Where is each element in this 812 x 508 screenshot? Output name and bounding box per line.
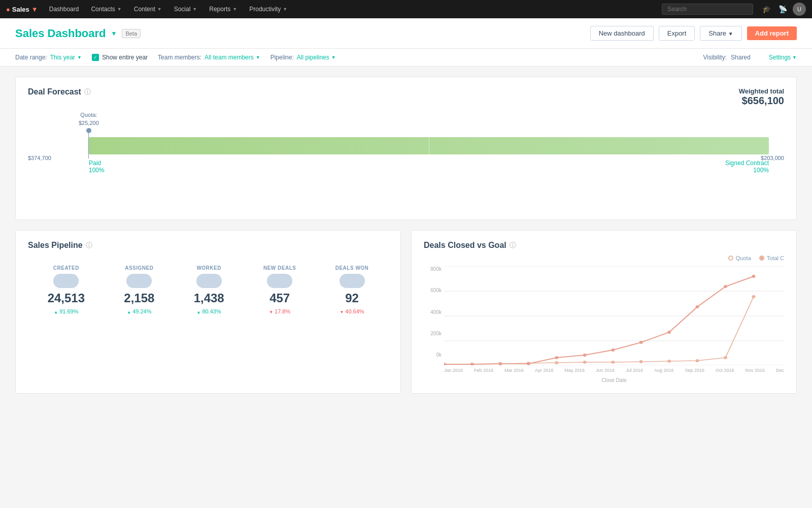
deal-forecast-card: Deal Forecast ⓘ Weighted total $656,100 … — [15, 77, 797, 220]
help-icon[interactable]: 📡 — [776, 3, 789, 15]
sales-pipeline-card: Sales Pipeline ⓘ CREATED 24,513 91.69% — [15, 230, 401, 394]
svg-point-15 — [724, 356, 727, 359]
add-report-button[interactable]: Add report — [747, 26, 797, 40]
svg-point-14 — [696, 359, 699, 362]
stat-assigned: ASSIGNED 2,158 49.24% — [124, 265, 154, 314]
team-members-filter: Team members: All team members ▼ — [158, 54, 260, 61]
share-button[interactable]: Share ▼ — [700, 26, 741, 41]
pipeline-dropdown[interactable]: All pipelines ▼ — [297, 54, 336, 61]
worked-bar-mini — [196, 274, 222, 288]
x-axis-labels: Jan 2016 Feb 2016 Mar 2016 Apr 2016 May … — [444, 368, 784, 373]
svg-point-12 — [639, 360, 643, 363]
title-dropdown-icon[interactable]: ▼ — [111, 30, 117, 37]
worked-change: 80.43% — [197, 308, 221, 314]
nav-social[interactable]: Social ▼ — [169, 0, 202, 18]
bar-annotations: Paid 100% Signed Contract 100% — [74, 156, 784, 174]
date-range-dropdown[interactable]: This year ▼ — [50, 54, 82, 61]
svg-point-28 — [752, 275, 755, 278]
deals-closed-title: Deals Closed vs Goal — [424, 241, 506, 250]
filter-bar: Date range: This year ▼ Show entire year… — [0, 49, 812, 67]
created-bar-mini — [53, 274, 79, 288]
svg-point-17 — [444, 363, 446, 365]
svg-point-9 — [555, 361, 558, 364]
deals-won-change: 40.64% — [340, 308, 364, 314]
line-chart-svg — [444, 266, 784, 365]
nav-reports[interactable]: Reports ▼ — [204, 0, 242, 18]
svg-point-26 — [696, 305, 699, 308]
settings-button[interactable]: Settings ▼ — [769, 54, 797, 61]
new-dashboard-button[interactable]: New dashboard — [590, 26, 654, 41]
page-title: Sales Dashboard — [15, 27, 106, 40]
nav-productivity[interactable]: Productivity ▼ — [244, 0, 292, 18]
quota-dot — [86, 128, 91, 133]
stat-deals-won: DEALS WON 92 40.64% — [335, 265, 369, 314]
stat-new-deals: NEW DEALS 457 17.8% — [263, 265, 296, 314]
date-range-filter: Date range: This year ▼ — [15, 54, 82, 61]
checkbox-icon — [92, 54, 99, 61]
new-deals-bar-mini — [267, 274, 292, 288]
search-input[interactable] — [662, 4, 753, 15]
sales-pipeline-info-icon[interactable]: ⓘ — [86, 241, 92, 250]
bar-right-label: $203,000 — [761, 155, 784, 161]
stat-created: CREATED 24,513 91.69% — [48, 265, 85, 314]
svg-point-11 — [611, 361, 615, 364]
chart-legend: Quota Total C — [424, 255, 784, 261]
top-navigation: ● Sales ▼ Dashboard Contacts ▼ Content ▼… — [0, 0, 812, 18]
export-button[interactable]: Export — [659, 26, 695, 41]
deals-chart: 0k 200k 400k 600k 800k — [424, 266, 784, 383]
pipeline-filter: Pipeline: All pipelines ▼ — [270, 54, 336, 61]
new-deals-change: 17.8% — [269, 308, 290, 314]
beta-badge: Beta — [122, 29, 141, 38]
page-header: Sales Dashboard ▼ Beta New dashboard Exp… — [0, 18, 812, 49]
forecast-bar — [74, 137, 784, 154]
close-date-label: Close Date — [444, 377, 784, 383]
svg-point-10 — [583, 361, 587, 364]
svg-point-21 — [555, 356, 558, 359]
stat-worked: WORKED 1,438 80.43% — [194, 265, 224, 314]
nav-contacts[interactable]: Contacts ▼ — [86, 0, 126, 18]
nav-dashboard[interactable]: Dashboard — [44, 0, 84, 18]
svg-point-18 — [470, 363, 474, 365]
bottom-row: Sales Pipeline ⓘ CREATED 24,513 91.69% — [15, 230, 797, 404]
bar-left-label: $374,700 — [28, 155, 51, 161]
deal-forecast-info-icon[interactable]: ⓘ — [84, 87, 91, 97]
svg-point-27 — [724, 285, 727, 288]
notifications-icon[interactable]: 🎓 — [760, 3, 772, 15]
svg-point-20 — [527, 362, 530, 365]
main-content: Deal Forecast ⓘ Weighted total $656,100 … — [0, 67, 812, 414]
svg-point-16 — [752, 295, 755, 298]
svg-point-25 — [667, 331, 671, 334]
show-entire-year-checkbox[interactable]: Show entire year — [92, 54, 148, 61]
svg-point-24 — [639, 341, 643, 344]
sales-pipeline-title: Sales Pipeline — [28, 241, 83, 250]
legend-total: Total C — [759, 255, 784, 261]
nav-content[interactable]: Content ▼ — [129, 0, 167, 18]
pipeline-stats: CREATED 24,513 91.69% ASSIGNED 2,158 — [28, 265, 388, 314]
assigned-change: 49.24% — [127, 308, 151, 314]
brand-logo[interactable]: ● Sales ▼ — [6, 6, 38, 13]
deals-closed-info-icon[interactable]: ⓘ — [510, 241, 516, 250]
svg-point-13 — [667, 360, 671, 363]
deal-forecast-title: Deal Forecast — [28, 87, 81, 97]
team-members-dropdown[interactable]: All team members ▼ — [205, 54, 260, 61]
created-change: 91.69% — [54, 308, 78, 314]
deals-closed-card: Deals Closed vs Goal ⓘ Quota Total C — [411, 230, 797, 394]
assigned-bar-mini — [126, 274, 152, 288]
svg-point-19 — [498, 362, 502, 365]
svg-point-23 — [611, 348, 615, 352]
user-avatar[interactable]: U — [793, 3, 806, 16]
deals-won-bar-mini — [340, 274, 365, 288]
legend-quota: Quota — [728, 255, 751, 261]
svg-point-22 — [583, 354, 587, 357]
